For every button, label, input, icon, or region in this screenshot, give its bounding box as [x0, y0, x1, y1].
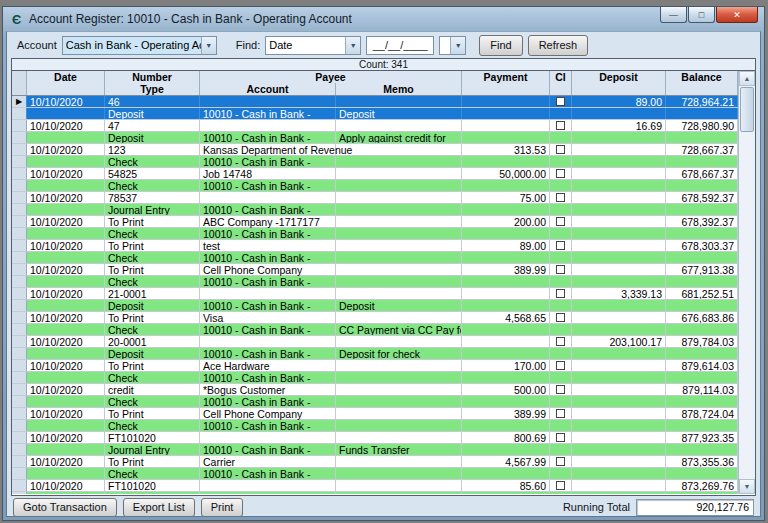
cell-deposit: 3,339.13 [572, 288, 666, 299]
find-button[interactable]: Find [479, 35, 522, 56]
goto-transaction-button[interactable]: Goto Transaction [13, 498, 117, 517]
transaction-row[interactable]: 10/10/2020 47 16.69 728,980.90 Deposit 1… [12, 120, 738, 144]
cleared-checkbox[interactable] [556, 121, 565, 130]
cleared-checkbox[interactable] [556, 385, 565, 394]
cell-account: 10010 - Cash in Bank - [200, 492, 336, 494]
export-list-button[interactable]: Export List [123, 498, 195, 517]
cleared-checkbox[interactable] [556, 313, 565, 322]
transaction-row[interactable]: 10/10/2020 21-0001 3,339.13 681,252.51 D… [12, 288, 738, 312]
cleared-checkbox[interactable] [556, 193, 565, 202]
transaction-row[interactable]: 10/10/2020 To Print Cell Phone Company 3… [12, 264, 738, 288]
transaction-row[interactable]: 10/10/2020 78537 75.00 678,592.37 Journa… [12, 192, 738, 216]
dropdown-arrow-icon[interactable]: ▼ [345, 37, 360, 54]
cell-account: 10010 - Cash in Bank - [200, 204, 336, 215]
transaction-row[interactable]: 10/10/2020 credit *Bogus Customer 500.00… [12, 384, 738, 408]
transaction-row[interactable]: 10/10/2020 54825 Job 14748 50,000.00 678… [12, 168, 738, 192]
cell-type: Journal Entry [105, 204, 200, 215]
cell-account: 10010 - Cash in Bank - [200, 132, 336, 143]
dropdown-arrow-icon[interactable]: ▼ [201, 37, 216, 54]
cleared-checkbox[interactable] [556, 481, 565, 490]
cell-memo: Deposit [336, 300, 462, 311]
cell-payee: test [200, 240, 336, 251]
cleared-checkbox[interactable] [556, 145, 565, 154]
cell-number: To Print [105, 456, 200, 467]
cleared-checkbox[interactable] [556, 217, 565, 226]
cleared-checkbox[interactable] [556, 97, 565, 106]
window-content: Account Cash in Bank - Operating Acco ▼ … [6, 31, 761, 517]
row-selector-arrow: ▶ [16, 97, 22, 106]
cell-payment: 4,567.99 [462, 456, 550, 467]
header-cleared: Cl [550, 71, 572, 83]
find-field-combo[interactable]: Date ▼ [265, 36, 361, 55]
cell-payee: Kansas Department of Revenue [200, 144, 336, 155]
cleared-checkbox[interactable] [556, 265, 565, 274]
header-date: Date [27, 71, 105, 83]
cell-balance: 728,980.90 [666, 120, 738, 131]
cell-date: 10/10/2020 [27, 96, 105, 107]
title-bar: Є Account Register: 10010 - Cash in Bank… [6, 7, 761, 31]
cleared-checkbox[interactable] [556, 409, 565, 418]
cell-account: 10010 - Cash in Bank - [200, 300, 336, 311]
cleared-checkbox[interactable] [556, 457, 565, 466]
cell-account: 10010 - Cash in Bank - [200, 108, 336, 119]
cell-type: Deposit [105, 132, 200, 143]
print-button[interactable]: Print [201, 498, 244, 517]
cell-payee [200, 120, 336, 131]
transaction-row[interactable]: 10/10/2020 FT101020 85.60 873,269.76 Jou… [12, 480, 738, 494]
cell-account: 10010 - Cash in Bank - [200, 372, 336, 383]
cell-balance: 678,667.37 [666, 168, 738, 179]
cell-payment [462, 336, 550, 347]
transaction-row[interactable]: ▶ 10/10/2020 46 89.00 728,964.21 Deposit… [12, 96, 738, 120]
maximize-button[interactable]: □ [688, 7, 715, 23]
scroll-up-button[interactable]: ▲ [739, 71, 755, 86]
cell-date: 10/10/2020 [27, 168, 105, 179]
cleared-checkbox[interactable] [556, 337, 565, 346]
vertical-scrollbar[interactable]: ▲ ▼ [738, 71, 755, 494]
transaction-row[interactable]: 10/10/2020 To Print Visa 4,568.65 676,68… [12, 312, 738, 336]
date-picker-dropdown[interactable]: ▼ [439, 36, 466, 55]
cell-number: To Print [105, 264, 200, 275]
toolbar: Account Cash in Bank - Operating Acco ▼ … [7, 32, 760, 58]
cell-memo [336, 372, 462, 383]
account-combo[interactable]: Cash in Bank - Operating Acco ▼ [62, 36, 217, 55]
find-date-input[interactable]: __/__/____ [366, 36, 434, 55]
header-account: Account [200, 83, 336, 95]
cleared-checkbox[interactable] [556, 361, 565, 370]
cell-type: Check [105, 420, 200, 431]
running-total-label: Running Total [563, 501, 630, 513]
cleared-checkbox[interactable] [556, 241, 565, 250]
transaction-row[interactable]: 10/10/2020 To Print Ace Hardware 170.00 … [12, 360, 738, 384]
cell-deposit: 16.69 [572, 120, 666, 131]
close-button[interactable]: ✕ [716, 7, 758, 23]
scrollbar-thumb[interactable] [740, 87, 754, 132]
cell-memo: Funds Transfer [336, 492, 462, 494]
minimize-button[interactable]: — [660, 7, 687, 23]
transaction-row[interactable]: 10/10/2020 To Print Cell Phone Company 3… [12, 408, 738, 432]
transaction-row[interactable]: 10/10/2020 To Print test 89.00 678,303.3… [12, 240, 738, 264]
app-icon: Є [9, 12, 24, 27]
transaction-row[interactable]: 10/10/2020 To Print ABC Company -1717177… [12, 216, 738, 240]
dropdown-arrow-icon[interactable]: ▼ [450, 37, 465, 54]
cell-balance: 676,683.86 [666, 312, 738, 323]
cleared-checkbox[interactable] [556, 169, 565, 178]
transaction-row[interactable]: 10/10/2020 20-0001 203,100.17 879,784.03… [12, 336, 738, 360]
cell-memo [336, 276, 462, 287]
cell-type: Check [105, 228, 200, 239]
cleared-checkbox[interactable] [556, 433, 565, 442]
transaction-row[interactable]: 10/10/2020 FT101020 800.69 877,923.35 Jo… [12, 432, 738, 456]
cell-memo [336, 204, 462, 215]
cell-type: Deposit [105, 348, 200, 359]
cell-type: Check [105, 252, 200, 263]
cell-account: 10010 - Cash in Bank - [200, 228, 336, 239]
transaction-row[interactable]: 10/10/2020 123 Kansas Department of Reve… [12, 144, 738, 168]
cleared-checkbox[interactable] [556, 289, 565, 298]
cell-payee: Carrier [200, 456, 336, 467]
cell-date: 10/10/2020 [27, 216, 105, 227]
transaction-row[interactable]: 10/10/2020 To Print Carrier 4,567.99 873… [12, 456, 738, 480]
footer-bar: Goto Transaction Export List Print Runni… [7, 496, 760, 517]
cell-account: 10010 - Cash in Bank - [200, 276, 336, 287]
scroll-down-button[interactable]: ▼ [739, 479, 755, 494]
cell-payment: 4,568.65 [462, 312, 550, 323]
cell-deposit [572, 216, 666, 227]
refresh-button[interactable]: Refresh [528, 35, 589, 56]
